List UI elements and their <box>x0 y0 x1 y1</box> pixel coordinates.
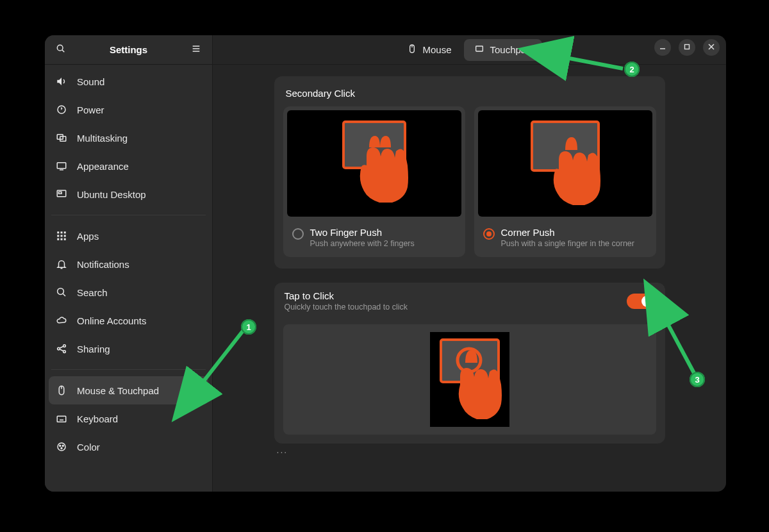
mouse-icon <box>407 44 417 56</box>
svg-marker-7 <box>61 107 62 110</box>
svg-point-41 <box>62 445 63 447</box>
sidebar-separator <box>51 215 206 215</box>
sidebar-item-color[interactable]: Color <box>49 433 208 461</box>
tab-label: Mouse <box>422 44 451 55</box>
more-ellipsis: ... <box>274 444 665 455</box>
two-finger-illustration <box>287 110 461 217</box>
svg-rect-15 <box>61 231 63 233</box>
sidebar-item-label: Color <box>77 442 100 453</box>
svg-rect-13 <box>59 192 62 194</box>
sidebar: Settings Sound Power <box>45 35 213 492</box>
sidebar-header: Settings <box>45 35 212 65</box>
bell-icon <box>55 258 68 270</box>
svg-point-24 <box>58 288 64 295</box>
touchpad-panel: Secondary Click <box>274 76 665 455</box>
main: Mouse Touchpad <box>213 35 726 492</box>
sidebar-item-notifications[interactable]: Notifications <box>49 250 208 278</box>
menu-button[interactable] <box>185 39 207 61</box>
hamburger-icon <box>191 44 201 56</box>
main-content[interactable]: Secondary Click <box>213 65 726 492</box>
svg-rect-17 <box>57 235 59 237</box>
minimize-icon <box>659 43 666 53</box>
sidebar-item-label: Sharing <box>77 344 110 354</box>
sidebar-item-label: Sound <box>77 76 104 87</box>
window-controls <box>654 39 720 56</box>
option-label-row: Two Finger Push Push anywhere with 2 fin… <box>283 220 465 248</box>
option-two-finger-push[interactable]: Two Finger Push Push anywhere with 2 fin… <box>283 106 465 257</box>
svg-rect-33 <box>57 416 66 422</box>
radio-corner[interactable] <box>483 228 495 240</box>
svg-line-29 <box>60 346 63 348</box>
option-title: Corner Push <box>501 227 634 238</box>
minimize-button[interactable] <box>654 39 671 56</box>
tab-mouse[interactable]: Mouse <box>397 39 461 61</box>
tap-to-click-switch[interactable] <box>627 294 655 309</box>
tap-to-click-title: Tap to Click <box>285 290 627 301</box>
tab-label: Touchpad <box>490 44 531 55</box>
power-icon <box>55 103 68 116</box>
sidebar-item-power[interactable]: Power <box>49 96 208 124</box>
share-icon <box>55 342 68 355</box>
secondary-click-card: Secondary Click <box>274 76 665 269</box>
svg-rect-47 <box>685 44 690 49</box>
sidebar-item-multitasking[interactable]: Multitasking <box>49 124 208 152</box>
svg-point-39 <box>58 443 65 451</box>
svg-point-42 <box>61 447 62 449</box>
svg-rect-21 <box>61 238 63 240</box>
svg-rect-20 <box>57 238 59 240</box>
sidebar-list: Sound Power Multitasking Appearance <box>45 65 212 492</box>
sidebar-item-apps[interactable]: Apps <box>49 222 208 250</box>
sidebar-item-label: Notifications <box>77 259 129 270</box>
sidebar-item-label: Keyboard <box>77 413 118 424</box>
option-subtitle: Push with a single finger in the corner <box>501 239 634 248</box>
header-tabs: Mouse Touchpad <box>397 39 542 61</box>
sidebar-item-sound[interactable]: Sound <box>49 67 208 96</box>
maximize-button[interactable] <box>679 39 695 56</box>
sidebar-item-appearance[interactable]: Appearance <box>49 152 208 180</box>
search-button[interactable] <box>50 39 72 61</box>
color-icon <box>55 440 68 453</box>
main-header: Mouse Touchpad <box>213 35 726 65</box>
sidebar-item-label: Search <box>77 287 108 298</box>
desktop-icon <box>55 188 68 201</box>
cloud-icon <box>55 314 68 327</box>
sidebar-item-sharing[interactable]: Sharing <box>49 335 208 363</box>
svg-rect-22 <box>64 238 66 240</box>
svg-point-40 <box>60 445 61 447</box>
radio-two-finger[interactable] <box>292 228 304 240</box>
tap-to-click-card: Tap to Click Quickly touch the touchpad … <box>274 283 665 444</box>
sidebar-item-label: Appearance <box>77 161 129 172</box>
annotation-badge-1: 1 <box>241 319 256 335</box>
sidebar-item-label: Power <box>77 104 104 115</box>
tab-touchpad[interactable]: Touchpad <box>464 39 542 61</box>
sidebar-item-ubuntu-desktop[interactable]: Ubuntu Desktop <box>49 180 208 208</box>
svg-rect-14 <box>57 231 59 233</box>
corner-push-illustration <box>478 110 652 217</box>
multitasking-icon <box>55 131 68 144</box>
search-icon <box>55 286 68 299</box>
sidebar-item-label: Apps <box>77 231 99 242</box>
svg-rect-19 <box>64 235 66 237</box>
option-corner-push[interactable]: Corner Push Push with a single finger in… <box>474 106 656 257</box>
sidebar-item-keyboard[interactable]: Keyboard <box>49 404 208 433</box>
sidebar-item-mouse-touchpad[interactable]: Mouse & Touchpad <box>49 376 208 404</box>
touchpad-icon <box>474 44 484 56</box>
speaker-icon <box>55 75 68 88</box>
svg-line-30 <box>60 349 63 351</box>
option-label-row: Corner Push Push with a single finger in… <box>474 220 656 248</box>
sidebar-item-online-accounts[interactable]: Online Accounts <box>49 306 208 335</box>
svg-line-1 <box>62 50 64 52</box>
sidebar-item-search[interactable]: Search <box>49 278 208 306</box>
keyboard-icon <box>55 412 68 425</box>
svg-line-25 <box>63 294 65 296</box>
svg-rect-10 <box>57 163 66 169</box>
tap-to-click-subtitle: Quickly touch the touchpad to click <box>285 303 627 312</box>
sidebar-item-label: Mouse & Touchpad <box>77 385 159 396</box>
close-button[interactable] <box>703 39 720 56</box>
close-icon <box>707 43 715 53</box>
annotation-badge-3: 3 <box>690 372 705 387</box>
sidebar-item-label: Ubuntu Desktop <box>77 189 146 200</box>
mouse-icon <box>55 384 68 397</box>
annotation-badge-2: 2 <box>624 62 640 77</box>
option-title: Two Finger Push <box>310 227 415 238</box>
